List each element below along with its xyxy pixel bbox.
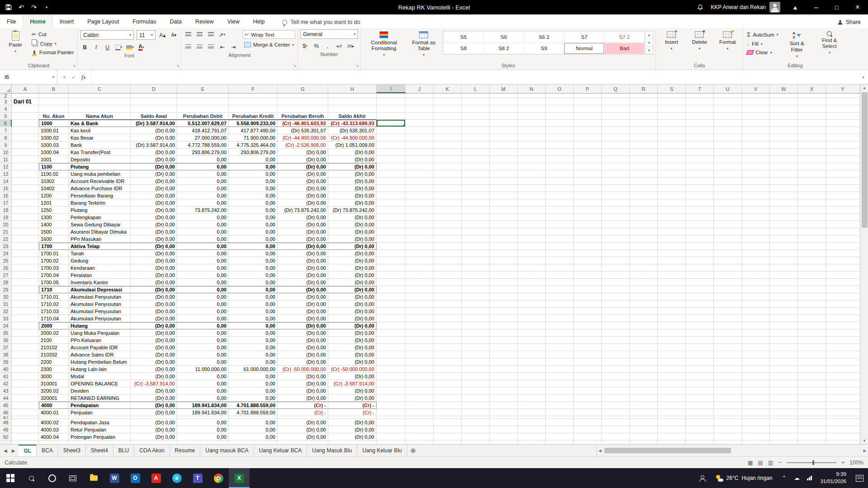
font-color-button[interactable]: A▾ (137, 43, 146, 52)
ribbon-tab-help[interactable]: Help (246, 16, 272, 28)
cell-G31[interactable]: (Dr) 0,00 (278, 300, 328, 308)
cell-U48[interactable] (714, 419, 742, 426)
cell-I44[interactable] (377, 394, 406, 402)
cell-J11[interactable] (406, 156, 434, 163)
cell-A9[interactable] (12, 141, 39, 149)
increase-indent-button[interactable]: ⇥ (229, 42, 238, 51)
cell-F32[interactable]: 0,00 (229, 308, 278, 315)
cell-T10[interactable] (686, 149, 714, 156)
cell-E18[interactable]: 73.875.242,00 (177, 206, 229, 214)
cell-H32[interactable]: (Dr) 0,00 (328, 308, 377, 315)
cell-W22[interactable] (770, 235, 798, 243)
cell-I15[interactable] (377, 185, 406, 192)
cell-T15[interactable] (686, 185, 714, 192)
cell-E2[interactable] (177, 94, 229, 98)
cell-X41[interactable] (798, 373, 826, 380)
cell-Q2[interactable] (602, 94, 630, 98)
cell-T44[interactable] (686, 394, 714, 402)
cell-U22[interactable] (714, 235, 742, 243)
cell-N13[interactable] (518, 170, 546, 178)
row-header-35[interactable]: 35 (0, 329, 12, 337)
page-layout-view-button[interactable]: ▤ (758, 460, 763, 466)
cell-K33[interactable] (434, 315, 462, 322)
ribbon-tab-review[interactable]: Review (189, 16, 221, 28)
column-header-N[interactable]: N (518, 84, 546, 93)
cell-J40[interactable] (406, 366, 434, 373)
cell-Y12[interactable] (826, 163, 860, 170)
conditional-formatting-button[interactable]: Conditional Formatting ▾ (363, 29, 405, 59)
number-format-combo[interactable]: General▾ (300, 29, 358, 39)
cell-Y19[interactable] (826, 214, 860, 221)
cell-E9[interactable]: 4.772.788.559,00 (177, 141, 229, 149)
paste-button[interactable]: Paste ▾ (2, 29, 28, 55)
cell-U9[interactable] (714, 141, 742, 149)
cell-V44[interactable] (742, 394, 770, 402)
cell-V2[interactable] (742, 94, 770, 98)
cell-H13[interactable]: (Dr) 0,00 (328, 170, 377, 178)
cell-O7[interactable] (546, 127, 574, 134)
cell-I26[interactable] (377, 264, 406, 272)
cell-J30[interactable] (406, 293, 434, 300)
sheet-nav-right-icon[interactable]: ▶ (12, 448, 15, 453)
cell-W13[interactable] (770, 170, 798, 178)
cell-W49[interactable] (770, 426, 798, 433)
cell-I36[interactable] (377, 337, 406, 344)
cell-L30[interactable] (462, 293, 490, 300)
cell-O49[interactable] (546, 426, 574, 433)
cell-D46[interactable]: (Dr) 0,00 (131, 409, 177, 416)
cell-I13[interactable] (377, 170, 406, 178)
cell-B5[interactable]: No. Akun (39, 113, 69, 120)
cell-R9[interactable] (630, 141, 658, 149)
cell-O28[interactable] (546, 279, 574, 286)
cell-Q34[interactable] (602, 322, 630, 329)
cell-H27[interactable]: (Dr) 0,00 (328, 272, 377, 279)
cell-R28[interactable] (630, 279, 658, 286)
cell-B22[interactable]: 1600 (39, 235, 69, 243)
cell-F8[interactable]: 71.900.000,00 (229, 134, 278, 141)
cell-C43[interactable]: Deviden (69, 387, 131, 394)
cell-H18[interactable]: (Dr) 73.875.242,00 (328, 206, 377, 214)
weather-widget[interactable]: 26°C Hujan ringan (710, 468, 778, 488)
cell-I10[interactable] (377, 149, 406, 156)
merge-center-button[interactable]: Merge & Center▾ (243, 41, 295, 48)
cell-Q49[interactable] (602, 426, 630, 433)
cell-N44[interactable] (518, 394, 546, 402)
cell-P12[interactable] (574, 163, 602, 170)
cell-V37[interactable] (742, 344, 770, 351)
cell-F48[interactable]: 0,00 (229, 419, 278, 426)
cell-F29[interactable]: 0,00 (229, 286, 278, 293)
cell-W6[interactable] (770, 120, 798, 127)
cell-D25[interactable]: (Dr) 0,00 (131, 257, 177, 264)
cell-J16[interactable] (406, 192, 434, 199)
cell-T27[interactable] (686, 272, 714, 279)
cell-N26[interactable] (518, 264, 546, 272)
cell-J34[interactable] (406, 322, 434, 329)
cell-C5[interactable]: Nama Akun (69, 113, 131, 120)
cell-G26[interactable]: (Dr) 0,00 (278, 264, 328, 272)
cell-I18[interactable] (377, 206, 406, 214)
cell-P4[interactable] (574, 105, 602, 113)
cell-L12[interactable] (462, 163, 490, 170)
cell-N40[interactable] (518, 366, 546, 373)
cell-I11[interactable] (377, 156, 406, 163)
cell-D4[interactable] (131, 105, 177, 113)
cell-I4[interactable] (377, 105, 406, 113)
cell-V34[interactable] (742, 322, 770, 329)
cell-S23[interactable] (658, 243, 686, 250)
row-header-24[interactable]: 24 (0, 250, 12, 257)
cell-M44[interactable] (490, 394, 518, 402)
cell-I49[interactable] (377, 426, 406, 433)
cell-A3[interactable]: Dari 01 (12, 98, 39, 105)
row-header-46[interactable]: 46 (0, 409, 12, 416)
cell-T34[interactable] (686, 322, 714, 329)
cell-Y7[interactable] (826, 127, 860, 134)
cell-V49[interactable] (742, 426, 770, 433)
cell-Q26[interactable] (602, 264, 630, 272)
cell-N4[interactable] (518, 105, 546, 113)
zoom-slider-knob[interactable] (812, 460, 814, 465)
cell-W45[interactable] (770, 402, 798, 409)
cell-D12[interactable]: (Dr) 0,00 (131, 163, 177, 170)
cell-L37[interactable] (462, 344, 490, 351)
cell-K4[interactable] (434, 105, 462, 113)
cell-V19[interactable] (742, 214, 770, 221)
